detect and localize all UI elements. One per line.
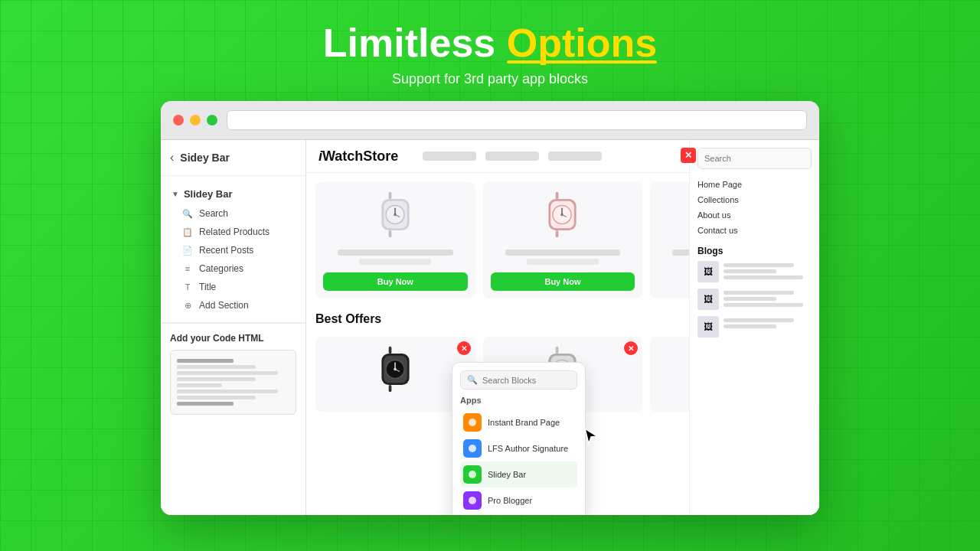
dropdown-search-box[interactable]: 🔍	[460, 370, 577, 390]
code-line-6	[177, 396, 256, 399]
product-price-1	[359, 259, 431, 265]
blog-line-title-2	[724, 291, 794, 295]
instant-brand-label: Instant Brand Page	[488, 418, 560, 427]
code-line-5	[177, 390, 278, 393]
editor-sidebar: ‹ Sidey Bar ▼ Slidey Bar 🔍 Search 📋 Rela…	[161, 140, 306, 515]
lfs-author-label: LFS Author Signature	[488, 444, 568, 453]
sidebar-item-search-label: Search	[199, 208, 228, 219]
badge-sale-1: ✕	[457, 341, 471, 355]
svg-point-49	[469, 445, 476, 452]
dropdown-item-instant-brand[interactable]: Instant Brand Page	[460, 409, 577, 435]
svg-rect-24	[389, 347, 392, 354]
code-preview	[170, 350, 296, 415]
back-arrow-icon[interactable]: ‹	[170, 151, 174, 165]
slidey-bar-dropdown-icon	[463, 465, 482, 484]
sidebar-item-recent-label: Recent Posts	[199, 245, 253, 256]
add-section-icon: ⊕	[182, 300, 193, 311]
svg-rect-9	[556, 230, 559, 237]
dropdown-item-pro-blogger[interactable]: Pro Blogger	[460, 487, 577, 514]
title-icon: T	[182, 282, 193, 292]
slidey-nav-contact[interactable]: Contact us	[697, 223, 812, 238]
sidebar-item-add-section[interactable]: ⊕ Add Section	[161, 296, 305, 315]
close-button[interactable]	[173, 115, 184, 126]
badge-sale-2: ✕	[624, 341, 638, 355]
maximize-button[interactable]	[207, 115, 217, 126]
slidey-close-button[interactable]: ✕	[681, 148, 696, 163]
blog-line-text-5	[724, 324, 776, 328]
buy-now-btn-2[interactable]: Buy Now	[491, 272, 635, 291]
slidey-nav-home[interactable]: Home Page	[697, 177, 812, 192]
dropdown-item-slidey-bar[interactable]: Slidey Bar	[460, 461, 577, 487]
related-products-icon: 📋	[182, 227, 193, 237]
sidebar-title: Sidey Bar	[180, 152, 230, 164]
svg-rect-8	[556, 192, 559, 199]
blog-line-text-3	[724, 297, 776, 301]
slidey-bar-dropdown-label: Slidey Bar	[488, 470, 526, 479]
product-image-4	[368, 344, 422, 398]
slidey-search-input[interactable]	[697, 148, 812, 169]
slidey-blogs-title: Blogs	[697, 246, 812, 256]
sidebar-item-title[interactable]: T Title	[161, 278, 305, 296]
traffic-lights	[173, 115, 217, 126]
dropdown-section-label: Apps	[460, 396, 577, 405]
blog-item-1: 🖼	[697, 261, 812, 282]
slidey-nav-about[interactable]: About us	[697, 207, 812, 223]
product-image-2	[536, 190, 590, 243]
blog-lines-2	[724, 289, 812, 309]
svg-rect-32	[556, 347, 559, 354]
blog-lines-3	[724, 316, 812, 331]
svg-rect-1	[389, 230, 392, 237]
sidebar-item-related-label: Related Products	[199, 227, 270, 237]
slidey-bar-section: ▼ Slidey Bar 🔍 Search 📋 Related Products…	[161, 176, 305, 323]
store-logo: iWatchStore	[318, 148, 398, 165]
svg-point-50	[469, 471, 476, 478]
title-white-part: Limitless	[323, 21, 507, 65]
page-title: Limitless Options	[323, 21, 657, 65]
code-line-1	[177, 365, 256, 369]
blog-item-2: 🖼	[697, 289, 812, 310]
blog-item-3: 🖼	[697, 316, 812, 337]
product-title-2	[505, 249, 621, 256]
app-blocks-dropdown: 🔍 Apps Instant Brand Page LFS Author Sig…	[452, 362, 586, 515]
lfs-author-icon	[463, 439, 482, 458]
product-card-2: Buy Now	[483, 182, 643, 298]
title-yellow-part: Options	[507, 21, 657, 65]
svg-rect-25	[389, 385, 392, 392]
categories-icon: ≡	[182, 263, 193, 274]
sidebar-item-related-products[interactable]: 📋 Related Products	[161, 223, 305, 241]
sidebar-header: ‹ Sidey Bar	[161, 140, 305, 176]
code-line-4	[177, 383, 222, 387]
blog-image-2: 🖼	[697, 289, 719, 310]
minimize-button[interactable]	[190, 115, 201, 126]
blog-line-title-1	[724, 263, 794, 267]
sidebar-item-recent-posts[interactable]: 📄 Recent Posts	[161, 241, 305, 259]
recent-posts-icon: 📄	[182, 245, 193, 256]
blog-image-1: 🖼	[697, 261, 719, 282]
sidebar-item-title-label: Title	[199, 282, 216, 292]
page-subtitle: Support for 3rd party app blocks	[323, 71, 657, 87]
blog-image-3: 🖼	[697, 316, 719, 337]
dropdown-search-icon: 🔍	[467, 375, 478, 385]
product-image-1	[368, 190, 422, 243]
blog-line-text-1	[724, 269, 776, 273]
slidey-nav-collections[interactable]: Collections	[697, 192, 812, 207]
blog-lines-1	[724, 261, 812, 282]
code-line-2	[177, 371, 278, 375]
sidebar-item-categories[interactable]: ≡ Categories	[161, 259, 305, 278]
instant-brand-icon	[463, 413, 482, 432]
slidey-bar-header[interactable]: ▼ Slidey Bar	[161, 184, 305, 204]
nav-link-1[interactable]	[423, 152, 476, 161]
browser-window: ‹ Sidey Bar ▼ Slidey Bar 🔍 Search 📋 Rela…	[161, 101, 819, 515]
dropdown-search-input[interactable]	[482, 376, 570, 385]
blog-line-text-2	[724, 276, 803, 279]
sidebar-item-search[interactable]: 🔍 Search	[161, 204, 305, 223]
nav-link-3[interactable]	[548, 152, 602, 161]
page-header: Limitless Options Support for 3rd party …	[323, 0, 657, 101]
url-bar[interactable]	[227, 110, 807, 130]
buy-now-btn-1[interactable]: Buy Now	[323, 272, 468, 291]
blog-line-title-3	[724, 318, 794, 322]
mouse-cursor	[583, 427, 599, 445]
nav-link-2[interactable]	[485, 152, 539, 161]
add-code-title: Add your Code HTML	[170, 333, 296, 344]
dropdown-item-lfs-author[interactable]: LFS Author Signature	[460, 435, 577, 461]
